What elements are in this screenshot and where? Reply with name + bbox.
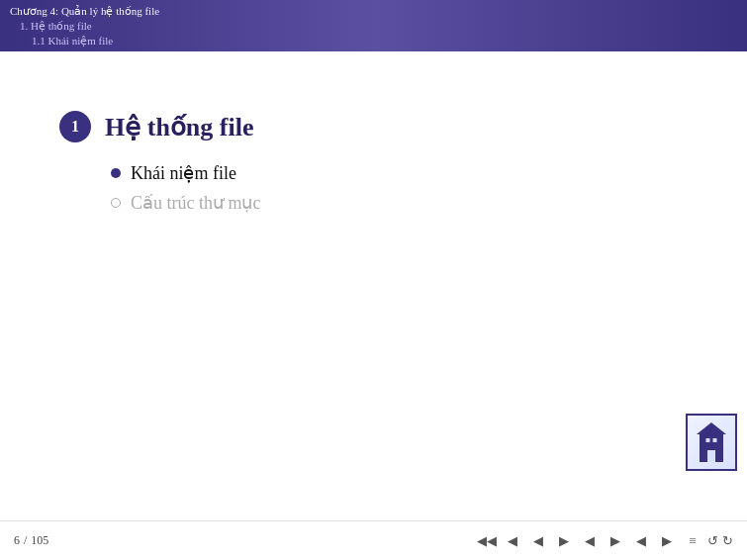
bullet-inactive-icon [111,198,121,208]
subsection-item-label: Khái niệm file [131,162,236,184]
page-separator: / [24,533,27,548]
main-content: 1 Hệ thống file Khái niệm file Cấu trúc … [0,51,747,520]
subsection-item-label-inactive: Cấu trúc thư mục [131,192,260,214]
next-subsection2-button[interactable]: ▶ [605,533,626,549]
page-indicator: 6 / 105 [14,533,48,548]
section-heading-text: Hệ thống file [105,112,253,142]
back-button[interactable]: ↺ [707,533,718,549]
university-emblem [686,414,737,471]
refresh-button[interactable]: ↻ [722,533,733,549]
prev-section-button[interactable]: ◀ [527,533,549,549]
top-navigation-bar: Chương 4: Quản lý hệ thống file 1. Hệ th… [0,0,747,51]
prev-item-button[interactable]: ◀ [630,533,652,549]
next-section-button[interactable]: ▶ [553,533,575,549]
section-number-badge: 1 [59,111,91,142]
list-item: Cấu trúc thư mục [111,192,688,214]
prev-page-button[interactable]: ◀ [502,533,523,549]
bullet-active-icon [111,168,121,178]
total-pages: 105 [31,533,48,548]
next-subsection-button[interactable]: ◀ [579,533,601,549]
align-button[interactable]: ≡ [682,533,703,549]
subsection-title: 1.1 Khái niệm file [10,35,737,47]
subsection-list: Khái niệm file Cấu trúc thư mục [59,162,688,214]
next-item-button[interactable]: ▶ [656,533,678,549]
navigation-controls: ◀◀ ◀ ◀ ▶ ◀ ▶ ◀ ▶ ≡ ↺ ↻ [476,533,733,549]
section-heading: 1 Hệ thống file [59,111,688,142]
first-page-button[interactable]: ◀◀ [476,533,498,549]
section-title: 1. Hệ thống file [10,20,737,33]
chapter-title: Chương 4: Quản lý hệ thống file [10,5,737,18]
bottom-bar: 6 / 105 ◀◀ ◀ ◀ ▶ ◀ ▶ ◀ ▶ ≡ ↺ ↻ [0,520,747,560]
list-item: Khái niệm file [111,162,688,184]
current-page: 6 [14,533,20,548]
